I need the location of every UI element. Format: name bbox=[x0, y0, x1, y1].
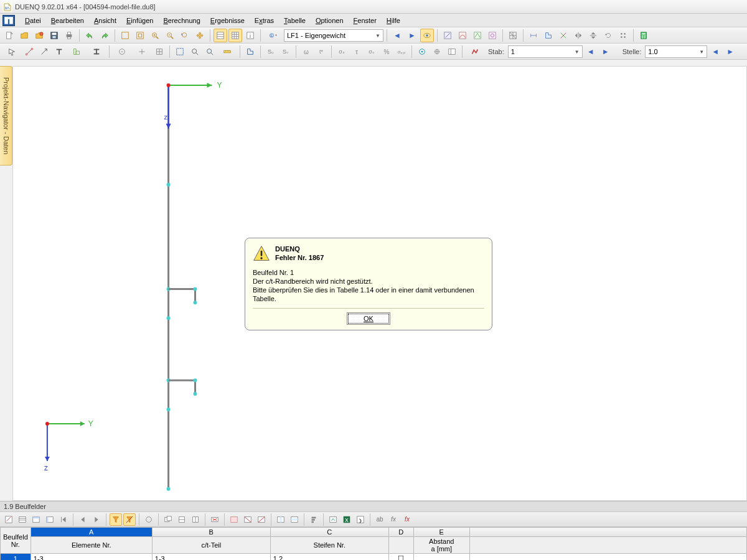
move-tool-icon[interactable] bbox=[37, 45, 51, 58]
bt-dup1-icon[interactable] bbox=[162, 513, 174, 526]
menu-extras[interactable]: Extras bbox=[250, 17, 279, 24]
bt-list2-icon[interactable] bbox=[30, 513, 42, 526]
new-file-icon[interactable] bbox=[2, 29, 16, 42]
row-elements[interactable]: 1-3 bbox=[31, 554, 152, 561]
bt-list3-icon[interactable] bbox=[44, 513, 56, 526]
save-icon[interactable] bbox=[47, 29, 61, 42]
menu-hilfe[interactable]: Hilfe bbox=[382, 17, 405, 24]
zoom-in-icon[interactable] bbox=[148, 29, 162, 42]
menu-datei[interactable]: Datei bbox=[20, 17, 46, 24]
bt-col2-icon[interactable] bbox=[288, 513, 301, 526]
rotate-icon[interactable] bbox=[601, 29, 615, 42]
bt-select-icon[interactable] bbox=[143, 513, 155, 526]
print-icon[interactable] bbox=[62, 29, 76, 42]
centroid-icon[interactable] bbox=[430, 45, 444, 58]
menu-ansicht[interactable]: Ansicht bbox=[89, 17, 121, 24]
stress-sv-icon[interactable]: Sᵥ bbox=[279, 45, 293, 58]
bt-col1-icon[interactable] bbox=[275, 513, 287, 526]
stab-next-icon[interactable]: ► bbox=[599, 45, 613, 58]
axis-toggle-icon[interactable] bbox=[557, 29, 570, 42]
stress-omega-icon[interactable]: ω bbox=[299, 45, 313, 58]
fe-mesh-icon[interactable] bbox=[506, 29, 520, 42]
measure-icon[interactable] bbox=[218, 45, 237, 58]
grid-col-E[interactable]: E bbox=[413, 528, 469, 537]
row-abstand[interactable] bbox=[413, 554, 469, 561]
section-view-icon[interactable] bbox=[243, 45, 257, 58]
grid-snap-icon[interactable] bbox=[153, 45, 166, 58]
section-props-icon[interactable] bbox=[542, 29, 555, 42]
next-blue-icon[interactable]: ► bbox=[405, 29, 419, 42]
ortho-icon[interactable] bbox=[133, 45, 151, 58]
row-checkbox[interactable]: ☐ bbox=[388, 554, 413, 561]
zoom-tool1-icon[interactable] bbox=[188, 45, 202, 58]
select-all-icon[interactable] bbox=[173, 45, 187, 58]
percent-icon[interactable]: % bbox=[380, 45, 393, 58]
undo-icon[interactable] bbox=[83, 29, 96, 42]
mirror-h-icon[interactable] bbox=[571, 29, 585, 42]
bt-exportgrid-icon[interactable] bbox=[327, 513, 339, 526]
stelle-prev-icon[interactable]: ◄ bbox=[708, 45, 722, 58]
zoom-out-icon[interactable] bbox=[163, 29, 177, 42]
row-steifen[interactable]: 1,2 bbox=[270, 554, 388, 561]
stelle-combo[interactable]: 1.0 ▼ bbox=[645, 45, 707, 58]
toggle-data-icon[interactable] bbox=[214, 29, 227, 42]
open-file-icon[interactable] bbox=[17, 29, 31, 42]
menu-einfuegen[interactable]: Einfügen bbox=[121, 17, 158, 24]
zoom-tool2-icon[interactable] bbox=[203, 45, 217, 58]
bt-field-icon[interactable]: ab bbox=[374, 513, 386, 526]
menu-bearbeiten[interactable]: Bearbeiten bbox=[46, 17, 89, 24]
points-icon[interactable] bbox=[616, 29, 630, 42]
mirror-v-icon[interactable] bbox=[586, 29, 600, 42]
tee-tool-icon[interactable] bbox=[52, 45, 66, 58]
grid-col-C[interactable]: C bbox=[270, 528, 388, 537]
menu-tabelle[interactable]: Tabelle bbox=[279, 17, 311, 24]
color-legend-icon[interactable] bbox=[466, 45, 484, 58]
menu-ergebnisse[interactable]: Ergebnisse bbox=[205, 17, 250, 24]
sigma-x-icon[interactable]: σₓ bbox=[335, 45, 349, 58]
ibeam-tool-icon[interactable] bbox=[87, 45, 106, 58]
data-grid[interactable]: Beulfeld Nr. A B C D E Elemente Nr. c/t-… bbox=[0, 527, 747, 560]
zoom-prev-icon[interactable] bbox=[178, 29, 192, 42]
loadcase-type-icon[interactable]: L bbox=[264, 29, 283, 42]
close-file-icon[interactable] bbox=[32, 29, 46, 42]
menu-optionen[interactable]: Optionen bbox=[311, 17, 349, 24]
bt-dup2-icon[interactable] bbox=[176, 513, 188, 526]
circle-target-icon[interactable] bbox=[415, 45, 429, 58]
bt-filter2-icon[interactable] bbox=[123, 513, 136, 526]
sigma-v-icon[interactable]: σᵥ bbox=[365, 45, 378, 58]
sidebar-tab-navigator[interactable]: Projekt-Navigator - Daten bbox=[0, 66, 12, 166]
calculate-icon[interactable] bbox=[637, 29, 651, 42]
grid-col-A[interactable]: A bbox=[31, 528, 152, 537]
bt-first-icon[interactable] bbox=[57, 513, 70, 526]
grid-col-D[interactable]: D bbox=[388, 528, 413, 537]
eye-icon[interactable] bbox=[420, 29, 434, 42]
results-shear-icon[interactable] bbox=[471, 29, 484, 42]
bt-fx2-icon[interactable]: fx bbox=[401, 513, 413, 526]
bt-filter1-icon[interactable] bbox=[110, 513, 122, 526]
bt-list1-icon[interactable] bbox=[16, 513, 29, 526]
profile-tool-icon[interactable] bbox=[67, 45, 86, 58]
stelle-next-icon[interactable]: ► bbox=[723, 45, 737, 58]
section-list-icon[interactable] bbox=[445, 45, 459, 58]
select-mode-icon[interactable] bbox=[2, 45, 21, 58]
bt-dup3-icon[interactable] bbox=[189, 513, 202, 526]
redo-icon[interactable] bbox=[98, 29, 111, 42]
stab-combo[interactable]: 1 ▼ bbox=[508, 45, 583, 58]
zoom-extents-icon[interactable] bbox=[118, 29, 132, 42]
bt-clear2-icon[interactable] bbox=[242, 513, 254, 526]
grid-col-B[interactable]: B bbox=[152, 528, 270, 537]
table-row[interactable]: 1 1-3 1-3 1,2 ☐ bbox=[1, 554, 747, 561]
bt-sort-icon[interactable] bbox=[308, 513, 320, 526]
bt-next-icon[interactable] bbox=[90, 513, 103, 526]
bt-fx1-icon[interactable]: fx bbox=[387, 513, 400, 526]
bt-prev-icon[interactable] bbox=[77, 513, 89, 526]
bt-clear3-icon[interactable] bbox=[255, 513, 268, 526]
toggle-info-icon[interactable]: i bbox=[243, 29, 257, 42]
pan-icon[interactable] bbox=[193, 29, 207, 42]
stress-stat-icon[interactable]: t* bbox=[314, 45, 328, 58]
menu-fenster[interactable]: Fenster bbox=[349, 17, 382, 24]
stab-prev-icon[interactable]: ◄ bbox=[584, 45, 598, 58]
bt-edit-icon[interactable] bbox=[2, 513, 15, 526]
toggle-grid-icon[interactable] bbox=[228, 29, 242, 42]
dimension-icon[interactable] bbox=[527, 29, 540, 42]
